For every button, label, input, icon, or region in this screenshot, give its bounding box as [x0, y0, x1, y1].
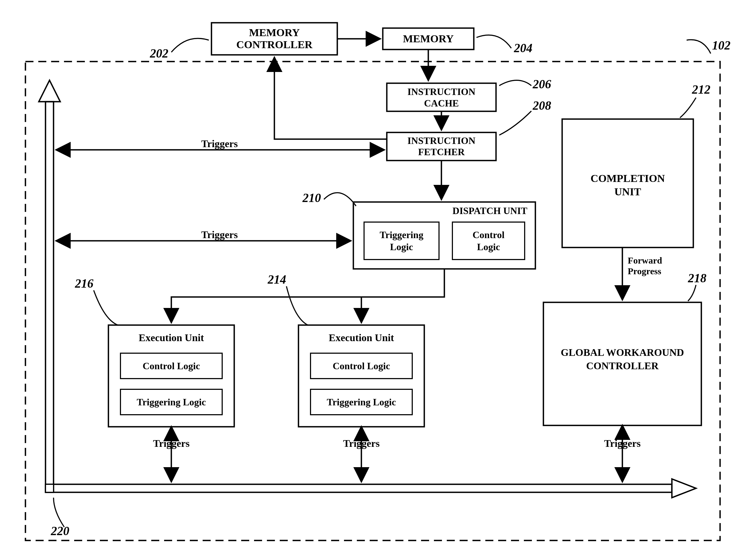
dispatch-unit-label: DISPATCH UNIT [452, 205, 527, 216]
dispatch-unit-block: DISPATCH UNIT Triggering Logic Control L… [353, 202, 535, 269]
leader-218 [688, 285, 696, 301]
label-triggers-ifetch: Triggers [201, 138, 238, 149]
instruction-fetcher-label-2: FETCHER [418, 147, 465, 157]
leader-216 [94, 290, 118, 325]
memory-controller-label-2: CONTROLLER [236, 39, 313, 51]
ref-208: 208 [533, 99, 551, 113]
leader-206 [499, 80, 532, 86]
ref-214: 214 [267, 273, 286, 286]
leader-102 [687, 40, 711, 54]
ref-204: 204 [514, 41, 533, 55]
instruction-fetcher-label-1: INSTRUCTION [407, 135, 476, 146]
label-triggers-exec216: Triggers [153, 438, 190, 449]
leader-214 [286, 286, 308, 325]
gwc-label-2: CONTROLLER [586, 360, 659, 372]
arrow-dispatch-exec [171, 269, 444, 322]
ref-206: 206 [533, 77, 551, 91]
dispatch-control-label-1: Control [472, 229, 504, 240]
ref-210: 210 [302, 191, 321, 205]
leader-204 [477, 35, 511, 48]
instruction-cache-label-1: INSTRUCTION [407, 86, 476, 97]
arrow-ifetch-memctrl [274, 58, 387, 139]
ref-218: 218 [688, 271, 707, 285]
leader-220 [54, 498, 64, 527]
exec214-sub-a: Control Logic [333, 361, 390, 372]
leader-212 [680, 98, 696, 118]
global-workaround-controller-block: GLOBAL WORKAROUND CONTROLLER [543, 302, 701, 425]
execution-unit-216-block: Execution Unit Control Logic Triggering … [109, 325, 234, 427]
dispatch-triggering-label-1: Triggering [380, 229, 423, 240]
label-forward-progress-1: Forward [628, 256, 662, 265]
ref-202: 202 [150, 46, 168, 60]
gwc-label-1: GLOBAL WORKAROUND [561, 347, 684, 358]
dispatch-control-label-2: Logic [477, 242, 500, 252]
exec216-title: Execution Unit [139, 332, 204, 343]
ref-102: 102 [712, 39, 731, 52]
ref-220: 220 [51, 524, 69, 538]
execution-unit-214-block: Execution Unit Control Logic Triggering … [298, 325, 424, 427]
label-triggers-dispatch: Triggers [201, 229, 238, 240]
svg-rect-5 [364, 222, 439, 260]
exec216-sub-a: Control Logic [143, 361, 200, 372]
dispatch-triggering-label-2: Logic [390, 242, 413, 252]
completion-unit-block: COMPLETION UNIT [562, 119, 693, 247]
completion-unit-label-1: COMPLETION [591, 172, 665, 184]
label-triggers-exec214: Triggers [343, 438, 380, 449]
instruction-cache-label-2: CACHE [424, 98, 459, 108]
svg-rect-16 [45, 484, 672, 492]
instruction-cache-block: INSTRUCTION CACHE [387, 83, 496, 111]
leader-202 [171, 38, 209, 52]
completion-unit-label-2: UNIT [614, 186, 641, 198]
label-triggers-gwc: Triggers [604, 438, 641, 449]
instruction-fetcher-block: INSTRUCTION FETCHER [387, 133, 496, 161]
memory-controller-block: MEMORY CONTROLLER [211, 23, 337, 55]
leader-210 [324, 193, 356, 206]
exec216-sub-b: Triggering Logic [137, 397, 206, 407]
svg-rect-17 [46, 485, 53, 492]
ref-212: 212 [692, 83, 711, 96]
svg-rect-15 [45, 102, 54, 492]
ref-216: 216 [75, 277, 93, 290]
memory-controller-label-1: MEMORY [249, 26, 300, 39]
memory-label: MEMORY [403, 33, 454, 45]
svg-rect-6 [452, 222, 525, 260]
label-forward-progress-2: Progress [628, 266, 661, 276]
leader-208 [499, 111, 532, 135]
memory-block: MEMORY [383, 28, 474, 49]
exec214-title: Execution Unit [329, 332, 394, 343]
exec214-sub-b: Triggering Logic [327, 397, 396, 407]
